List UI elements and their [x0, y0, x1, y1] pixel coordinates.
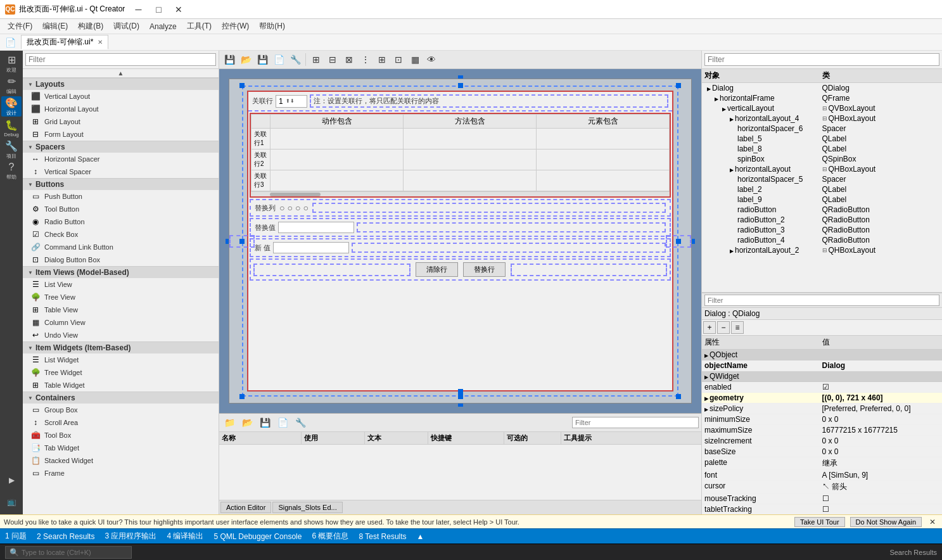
widget-item-frame[interactable]: ▭ Frame [23, 467, 219, 480]
widget-item-horizontal-layout[interactable]: ⬛ Horizontal Layout [23, 103, 219, 115]
widget-item-tool-box[interactable]: 🧰 Tool Box [23, 429, 219, 442]
action-filter-input[interactable] [572, 417, 699, 428]
props-row-mouse-tracking[interactable]: mouseTracking ☐ [702, 493, 942, 504]
tree-item-h-layout-4[interactable]: ▶horizontalLayout_4 ⊟QHBoxLayout [702, 113, 942, 124]
tree-item-h-spacer-6[interactable]: horizontalSpacer_6 Spacer [702, 124, 942, 134]
category-containers[interactable]: ▼ Containers [23, 391, 219, 404]
canvas-viewport[interactable]: 关联行 1 ⬆⬇ 注：设置关联行，将只匹配关联行的内容 [219, 69, 701, 413]
tree-item-h-layout-2[interactable]: ▶horizontalLayout_2 ⊟QHBoxLayout [702, 245, 942, 255]
widget-search-input[interactable] [25, 53, 216, 66]
tree-item-radio-btn[interactable]: radioButton QRadioButton [702, 205, 942, 215]
tree-item-radio-btn-4[interactable]: radioButton_4 QRadioButton [702, 235, 942, 245]
toolbar-align2-btn[interactable]: ⊟ [325, 52, 340, 67]
take-tour-button[interactable]: Take UI Tour [794, 517, 845, 527]
toolbar-wrench-btn[interactable]: 🔧 [288, 52, 303, 67]
menu-tools[interactable]: 工具(T) [182, 20, 217, 33]
props-row-min-size[interactable]: minimumSize 0 x 0 [702, 414, 942, 425]
canvas-handle-tl[interactable] [239, 83, 245, 88]
widget-item-table-view[interactable]: ⊞ Table View [23, 303, 219, 316]
sidebar-item-design[interactable]: 🎨 设计 [1, 96, 22, 117]
canvas-handle-br[interactable] [676, 394, 681, 399]
widget-item-stacked-widget[interactable]: 📋 Stacked Widget [23, 454, 219, 467]
category-item-widgets[interactable]: ▼ Item Widgets (Item-Based) [23, 341, 219, 353]
widget-item-radio-button[interactable]: ◉ Radio Button [23, 215, 219, 228]
menu-build[interactable]: 构建(B) [73, 20, 108, 33]
props-row-cursor[interactable]: cursor ↖ 箭头 [702, 481, 942, 493]
props-more-button[interactable]: ≡ [731, 321, 744, 334]
tree-item-dialog[interactable]: ▶Dialog QDialog [702, 83, 942, 93]
category-layouts[interactable]: ▼ Layouts [23, 78, 219, 90]
widget-item-tree-view[interactable]: 🌳 Tree View [23, 291, 219, 303]
action-toolbar-save[interactable]: 💾 [257, 415, 272, 430]
new-value-input[interactable] [273, 242, 349, 253]
widget-item-tree-widget[interactable]: 🌳 Tree Widget [23, 366, 219, 379]
sidebar-item-welcome[interactable]: ⊞ 欢迎 [1, 53, 22, 73]
category-item-views[interactable]: ▼ Item Views (Model-Based) [23, 266, 219, 278]
props-row-font[interactable]: font A [SimSun, 9] [702, 470, 942, 481]
widget-item-dialog-button-box[interactable]: ⊡ Dialog Button Box [23, 253, 219, 266]
menu-debug[interactable]: 调试(D) [108, 20, 144, 33]
tree-item-h-spacer-5[interactable]: horizontalSpacer_5 Spacer [702, 174, 942, 184]
status-app-output[interactable]: 3 应用程序输出 [105, 531, 156, 542]
props-row-tablet-tracking[interactable]: tabletTracking ☐ [702, 504, 942, 514]
clear-row-button[interactable]: 清除行 [416, 262, 458, 277]
widget-item-list-widget[interactable]: ☰ List Widget [23, 353, 219, 366]
radio-btn-3[interactable]: ○ [295, 203, 300, 213]
radio-btn-1[interactable]: ○ [279, 203, 284, 213]
radio-btn-2[interactable]: ○ [287, 203, 292, 213]
replace-value-input[interactable] [278, 222, 354, 233]
widget-item-push-button[interactable]: ▭ Push Button [23, 190, 219, 203]
tree-item-radio-btn-3[interactable]: radioButton_3 QRadioButton [702, 225, 942, 235]
status-test-results[interactable]: 8 Test Results [359, 532, 406, 541]
dialog-handle-bottom[interactable] [458, 389, 463, 394]
toolbar-align5-btn[interactable]: ⊞ [374, 52, 390, 67]
widget-item-grid-layout[interactable]: ⊞ Grid Layout [23, 115, 219, 128]
props-row-object-name[interactable]: objectName Dialog [702, 360, 942, 371]
menu-help[interactable]: 帮助(H) [254, 20, 290, 33]
tab-action-editor[interactable]: Action Editor [220, 502, 271, 513]
props-filter2-input[interactable] [704, 295, 939, 306]
tab-signals-slots[interactable]: Signals_Slots Ed... [272, 502, 342, 513]
props-row-max-size[interactable]: maximumSize 16777215 x 16777215 [702, 425, 942, 436]
tree-item-radio-btn-2[interactable]: radioButton_2 QRadioButton [702, 215, 942, 225]
props-row-geometry[interactable]: ▶geometry [(0, 0), 721 x 460] [702, 393, 942, 404]
widget-item-v-spacer[interactable]: ↕ Vertical Spacer [23, 165, 219, 178]
widget-item-tool-button[interactable]: ⚙ Tool Button [23, 203, 219, 215]
sidebar-item-monitor[interactable]: 📺 [1, 492, 22, 512]
close-button[interactable]: ✕ [169, 3, 188, 16]
action-toolbar-wrench[interactable]: 🔧 [293, 415, 308, 430]
sidebar-item-run[interactable]: ▶ [1, 470, 22, 490]
sidebar-item-help[interactable]: ? 帮助 [1, 161, 22, 181]
toolbar-save-btn[interactable]: 💾 [255, 52, 270, 67]
toolbar-new-btn[interactable]: 💾 [222, 52, 237, 67]
widget-item-undo-view[interactable]: ↩ Undo View [23, 329, 219, 341]
action-toolbar-open[interactable]: 📂 [239, 415, 255, 430]
widget-item-scroll-area[interactable]: ↕ Scroll Area [23, 416, 219, 429]
scroll-up-btn[interactable]: ▲ [23, 69, 219, 78]
widget-item-check-box[interactable]: ☑ Check Box [23, 228, 219, 241]
toolbar-align3-btn[interactable]: ⊠ [341, 52, 357, 67]
props-add-button[interactable]: + [703, 321, 716, 334]
category-buttons[interactable]: ▼ Buttons [23, 178, 219, 190]
props-row-palette[interactable]: palette 继承 [702, 457, 942, 470]
props-row-size-increment[interactable]: sizeIncrement 0 x 0 [702, 436, 942, 447]
widget-item-column-view[interactable]: ▦ Column View [23, 316, 219, 329]
canvas-handle-bl[interactable] [239, 394, 245, 399]
toolbar-align4-btn[interactable]: ⋮ [358, 52, 373, 67]
status-expand-icon[interactable]: ▲ [417, 532, 424, 541]
toolbar-align1-btn[interactable]: ⊞ [309, 52, 324, 67]
widget-item-h-spacer[interactable]: ↔ Horizontal Spacer [23, 153, 219, 165]
locate-input[interactable] [22, 549, 117, 556]
tree-item-label-9[interactable]: label_9 QLabel [702, 194, 942, 205]
toolbar-preview-btn[interactable]: 👁 [424, 52, 439, 67]
status-compile-output[interactable]: 4 编译输出 [167, 531, 203, 542]
widget-item-form-layout[interactable]: ⊟ Form Layout [23, 128, 219, 141]
tab-main-file[interactable]: 批改页面-可伸缩.ui* ✕ [21, 35, 108, 49]
canvas-handle-tr[interactable] [676, 83, 681, 88]
props-row-base-size[interactable]: baseSize 0 x 0 [702, 447, 942, 457]
menu-edit[interactable]: 编辑(E) [37, 20, 73, 33]
status-qml-debugger[interactable]: 5 QML Debugger Console [213, 532, 302, 541]
props-row-enabled[interactable]: enabled ☑ [702, 382, 942, 393]
widget-item-group-box[interactable]: ▭ Group Box [23, 404, 219, 416]
maximize-button[interactable]: □ [149, 3, 168, 16]
